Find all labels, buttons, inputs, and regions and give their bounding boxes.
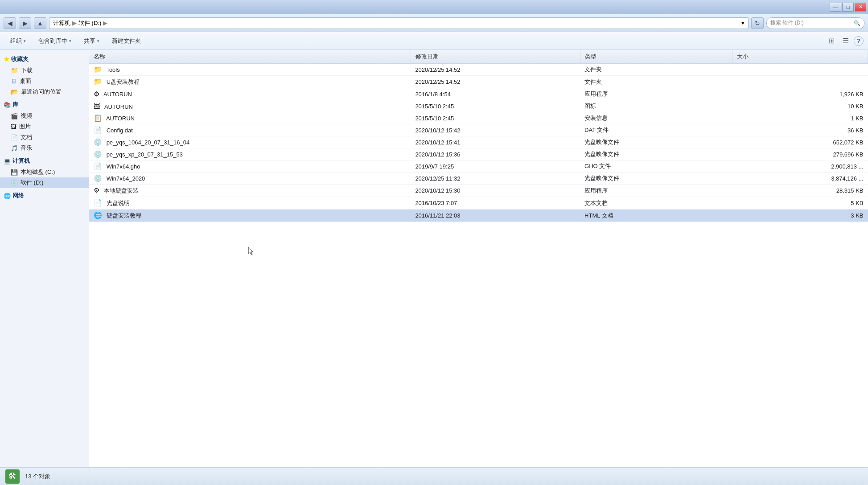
sidebar-computer-header[interactable]: 💻 计算机 [0, 155, 89, 167]
breadcrumb-dropdown-icon[interactable]: ▾ [741, 20, 745, 26]
table-row[interactable]: 📄 Config.dat 2020/10/12 15:42 DAT 文件 36 … [89, 124, 868, 136]
file-name: Tools [106, 66, 119, 73]
file-icon: 📁 [94, 66, 102, 73]
table-row[interactable]: 📁 U盘安装教程 2020/12/25 14:52 文件夹 [89, 76, 868, 88]
up-button[interactable]: ▲ [34, 17, 46, 29]
main-layout: ★ 收藏夹 📁 下载 🖥 桌面 📂 最近访问的位置 📚 库 [0, 50, 868, 467]
file-type-cell: DAT 文件 [580, 124, 732, 136]
file-type-cell: 光盘映像文件 [580, 173, 732, 185]
file-modified-cell: 2020/10/12 15:30 [411, 185, 580, 197]
file-type-cell: 文件夹 [580, 76, 732, 88]
file-name-cell: 📄 光盘说明 [89, 197, 411, 210]
file-size-cell: 1 KB [732, 112, 868, 124]
search-icon[interactable]: 🔍 [854, 20, 860, 26]
breadcrumb-sep2: ▶ [103, 20, 107, 26]
sidebar-item-image[interactable]: 🖼 图片 [0, 121, 89, 132]
table-row[interactable]: 💿 pe_yqs_xp_20_07_31_15_53 2020/10/12 15… [89, 148, 868, 160]
file-modified-cell: 2019/9/7 19:25 [411, 160, 580, 173]
table-row[interactable]: 💿 pe_yqs_1064_20_07_31_16_04 2020/10/12 … [89, 136, 868, 148]
file-size-cell: 652,072 KB [732, 136, 868, 148]
video-icon: 🎬 [11, 113, 18, 119]
file-icon: 📁 [94, 78, 102, 85]
music-icon: 🎵 [11, 145, 18, 152]
file-type-cell: 光盘映像文件 [580, 136, 732, 148]
close-button[interactable]: ✕ [855, 3, 866, 12]
sidebar-item-recent[interactable]: 📂 最近访问的位置 [0, 86, 89, 97]
sidebar-network-section: 🌐 网络 [0, 190, 89, 201]
table-row[interactable]: 📁 Tools 2020/12/25 14:52 文件夹 [89, 64, 868, 76]
file-name: pe_yqs_1064_20_07_31_16_04 [107, 139, 190, 146]
file-size-cell: 2,900,813 ... [732, 160, 868, 173]
share-button[interactable]: 共享 ▾ [78, 34, 105, 48]
maximize-button[interactable]: □ [842, 3, 854, 12]
sidebar-item-doc[interactable]: 📄 文档 [0, 132, 89, 143]
col-header-type[interactable]: 类型 [580, 50, 732, 64]
file-name-cell: 📋 AUTORUN [89, 112, 411, 124]
help-button[interactable]: ? [854, 36, 864, 46]
file-modified-cell: 2016/1/8 4:54 [411, 88, 580, 100]
table-row[interactable]: 🖼 AUTORUN 2015/5/10 2:45 图标 10 KB [89, 100, 868, 112]
table-row[interactable]: ⚙ 本地硬盘安装 2020/10/12 15:30 应用程序 28,315 KB [89, 185, 868, 197]
file-icon: ⚙ [94, 186, 99, 194]
sidebar-item-downloads[interactable]: 📁 下载 [0, 65, 89, 76]
d-drive-icon: 💿 [11, 180, 18, 186]
sidebar-item-d-drive[interactable]: 💿 软件 (D:) [0, 177, 89, 188]
col-header-modified[interactable]: 修改日期 [411, 50, 580, 64]
file-modified-cell: 2016/10/23 7:07 [411, 197, 580, 210]
file-name: Config.dat [107, 127, 133, 134]
recent-label: 最近访问的位置 [21, 88, 62, 96]
breadcrumb-sep1: ▶ [72, 20, 77, 26]
new-folder-button[interactable]: 新建文件夹 [106, 34, 147, 48]
file-icon: 💿 [94, 150, 102, 158]
file-icon: 📄 [94, 199, 102, 206]
sidebar-favorites-header[interactable]: ★ 收藏夹 [0, 53, 89, 65]
sidebar-item-video[interactable]: 🎬 视频 [0, 111, 89, 121]
breadcrumb-pc[interactable]: 计算机 [53, 19, 70, 27]
sidebar-item-music[interactable]: 🎵 音乐 [0, 143, 89, 153]
share-label: 共享 [84, 37, 95, 45]
toolbar: 组织 ▾ 包含到库中 ▾ 共享 ▾ 新建文件夹 ⊞ ☰ ? [0, 32, 868, 50]
table-row[interactable]: ⚙ AUTORUN 2016/1/8 4:54 应用程序 1,926 KB [89, 88, 868, 100]
sidebar-favorites-section: ★ 收藏夹 📁 下载 🖥 桌面 📂 最近访问的位置 [0, 53, 89, 97]
file-name-cell: 📁 Tools [89, 64, 411, 76]
file-icon: 📄 [94, 126, 102, 134]
file-name-cell: 📄 Config.dat [89, 124, 411, 136]
forward-button[interactable]: ▶ [19, 17, 31, 29]
view-toggle-button[interactable]: ⊞ [825, 35, 838, 47]
minimize-button[interactable]: — [830, 3, 841, 12]
file-type-cell: 文件夹 [580, 64, 732, 76]
organize-button[interactable]: 组织 ▾ [4, 34, 32, 48]
sidebar-library-header[interactable]: 📚 库 [0, 99, 89, 111]
include-library-button[interactable]: 包含到库中 ▾ [33, 34, 77, 48]
back-button[interactable]: ◀ [4, 17, 16, 29]
file-name: Win7x64_2020 [107, 175, 145, 182]
col-header-size[interactable]: 大小 [732, 50, 868, 64]
refresh-button[interactable]: ↻ [751, 17, 764, 29]
table-row[interactable]: 📄 Win7x64.gho 2019/9/7 19:25 GHO 文件 2,90… [89, 160, 868, 173]
col-header-name[interactable]: 名称 [89, 50, 411, 64]
file-modified-cell: 2020/12/25 14:52 [411, 64, 580, 76]
c-drive-icon: 💾 [11, 169, 18, 176]
status-app-icon: 🛠 [5, 469, 20, 484]
view-details-button[interactable]: ☰ [839, 35, 852, 47]
file-name: 硬盘安装教程 [107, 212, 141, 219]
title-bar: — □ ✕ [0, 0, 868, 14]
table-row[interactable]: 💿 Win7x64_2020 2020/12/25 11:32 光盘映像文件 3… [89, 173, 868, 185]
file-name: AUTORUN [106, 115, 135, 122]
table-row[interactable]: 📋 AUTORUN 2015/5/10 2:45 安装信息 1 KB [89, 112, 868, 124]
file-area[interactable]: 名称 修改日期 类型 大小 📁 Tools 2020/12/25 14:52 文… [89, 50, 868, 467]
breadcrumb[interactable]: 计算机 ▶ 软件 (D:) ▶ ▾ [49, 17, 749, 29]
file-size-cell: 3,874,126 ... [732, 173, 868, 185]
breadcrumb-drive[interactable]: 软件 (D:) [78, 19, 101, 27]
table-row[interactable]: 📄 光盘说明 2016/10/23 7:07 文本文档 5 KB [89, 197, 868, 210]
table-row[interactable]: 🌐 硬盘安装教程 2016/11/21 22:03 HTML 文档 3 KB [89, 210, 868, 222]
sidebar-item-desktop[interactable]: 🖥 桌面 [0, 76, 89, 86]
toolbar-right: ⊞ ☰ ? [825, 35, 864, 47]
sidebar-network-header[interactable]: 🌐 网络 [0, 190, 89, 201]
file-table: 名称 修改日期 类型 大小 📁 Tools 2020/12/25 14:52 文… [89, 50, 868, 222]
search-bar[interactable]: 搜索 软件 (D:) 🔍 [766, 17, 864, 29]
title-bar-buttons: — □ ✕ [830, 3, 866, 12]
address-bar: ◀ ▶ ▲ 计算机 ▶ 软件 (D:) ▶ ▾ ↻ 搜索 软件 (D:) 🔍 [0, 14, 868, 32]
sidebar-item-c-drive[interactable]: 💾 本地磁盘 (C:) [0, 167, 89, 177]
file-name: AUTORUN [104, 103, 133, 110]
